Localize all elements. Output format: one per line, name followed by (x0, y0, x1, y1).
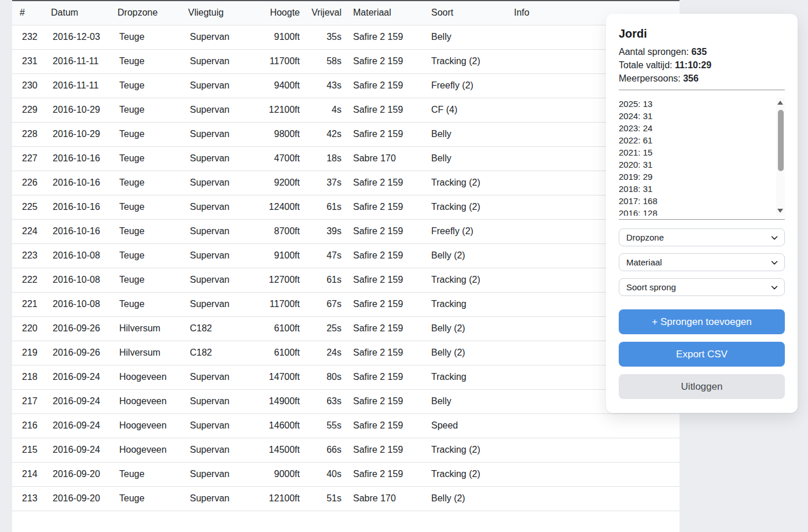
cell-vrijeval: 67s (300, 292, 341, 316)
table-row[interactable]: 2322016-12-03TeugeSupervan9100ft35sSafir… (12, 25, 680, 49)
soort-sprong-filter-select[interactable]: Soort sprong (619, 278, 785, 296)
select-value: Dropzone (626, 232, 664, 242)
cell-vrijeval: 63s (300, 389, 341, 413)
cell-materiaal: Safire 2 159 (341, 316, 431, 341)
divider (619, 219, 785, 220)
cell-hoogte: 11700ft (265, 49, 300, 73)
cell-datum: 2016-10-29 (51, 98, 117, 122)
cell-dropzone: Teuge (117, 25, 188, 49)
cell-dropzone: Hoogeveen (117, 438, 188, 462)
filter-group: DropzoneMateriaalSoort sprong (619, 228, 785, 296)
cell-hoogte: 9400ft (265, 73, 300, 98)
stat-line: Meerpersoons: 356 (619, 72, 785, 85)
cell-soort: Tracking (2) (431, 438, 514, 462)
cell-vliegtuig: Supervan (188, 122, 265, 146)
year-counts-scroll-area[interactable]: 2025: 132024: 312023: 242022: 612021: 15… (619, 98, 785, 216)
cell-dropzone: Hoogeveen (117, 365, 188, 389)
cell-dropzone: Teuge (117, 219, 188, 243)
table-row[interactable]: 2242016-10-16TeugeSupervan8700ft39sSafir… (12, 219, 680, 243)
cell-empty (12, 511, 51, 532)
add-jumps-button[interactable]: + Sprongen toevoegen (619, 309, 785, 334)
cell-soort: Tracking (2) (431, 268, 514, 292)
table-row[interactable]: 2142016-09-20TeugeSupervan9000ft40sSafir… (12, 462, 680, 486)
table-row[interactable]: 2172016-09-24HoogeveenSupervan14900ft63s… (12, 389, 680, 413)
cell-hoogte: 11700ft (265, 292, 300, 316)
cell-hoogte: 12700ft (265, 268, 300, 292)
table-row[interactable]: 2202016-09-26HilversumC1826100ft25sSafir… (12, 316, 680, 341)
logout-button[interactable]: Uitloggen (619, 374, 785, 399)
materiaal-filter-select[interactable]: Materiaal (619, 253, 785, 271)
cell-hoogte: 6100ft (265, 341, 300, 365)
cell-soort: Tracking (431, 365, 514, 389)
cell-dropzone: Teuge (117, 146, 188, 171)
year-count-item: 2016: 128 (619, 207, 772, 216)
cell-materiaal: Sabre 170 (341, 486, 431, 511)
cell-dropzone: Teuge (117, 49, 188, 73)
cell-empty (514, 511, 680, 532)
cell-hoogte: 9000ft (265, 462, 300, 486)
cell-vliegtuig: Supervan (188, 486, 265, 511)
cell-vliegtuig: C182 (188, 341, 265, 365)
cell-hoogte: 9200ft (265, 171, 300, 195)
cell-nr: 218 (12, 365, 51, 389)
cell-nr: 226 (12, 171, 51, 195)
table-row[interactable]: 2162016-09-24HoogeveenSupervan14600ft55s… (12, 413, 680, 438)
table-row[interactable]: 2312016-11-11TeugeSupervan11700ft58sSafi… (12, 49, 680, 73)
cell-vliegtuig: Supervan (188, 438, 265, 462)
table-row[interactable]: 2292016-10-29TeugeSupervan12100ft4sSafir… (12, 98, 680, 122)
cell-info (514, 462, 680, 486)
column-header-datum: Datum (51, 1, 117, 25)
table-row[interactable]: 2302016-11-11TeugeSupervan9400ft43sSafir… (12, 73, 680, 98)
cell-materiaal: Sabre 170 (341, 146, 431, 171)
cell-nr: 215 (12, 438, 51, 462)
export-csv-button[interactable]: Export CSV (619, 342, 785, 367)
table-row[interactable]: 2132016-09-20TeugeSupervan12100ft51sSabr… (12, 486, 680, 511)
table-row[interactable]: 2212016-10-08TeugeSupervan11700ft67sSafi… (12, 292, 680, 316)
cell-soort: Tracking (431, 292, 514, 316)
cell-materiaal: Safire 2 159 (341, 243, 431, 268)
cell-hoogte: 9100ft (265, 243, 300, 268)
cell-vrijeval: 24s (300, 341, 341, 365)
cell-datum: 2016-09-20 (51, 462, 117, 486)
cell-datum: 2016-09-24 (51, 413, 117, 438)
cell-datum: 2016-09-24 (51, 365, 117, 389)
jump-log-table: #DatumDropzoneVliegtuigHoogteVrijevalMat… (12, 1, 680, 532)
table-row[interactable]: 2272016-10-16TeugeSupervan4700ft18sSabre… (12, 146, 680, 171)
cell-vrijeval: 58s (300, 49, 341, 73)
cell-info (514, 438, 680, 462)
cell-soort: Belly (2) (431, 486, 514, 511)
cell-materiaal: Safire 2 159 (341, 73, 431, 98)
cell-dropzone: Teuge (117, 171, 188, 195)
cell-hoogte: 8700ft (265, 219, 300, 243)
cell-vrijeval: 47s (300, 243, 341, 268)
scroll-down-arrow-icon[interactable] (777, 209, 783, 213)
cell-nr: 224 (12, 219, 51, 243)
select-value: Materiaal (626, 257, 662, 267)
table-row[interactable]: 2152016-09-24HoogeveenSupervan14500ft66s… (12, 438, 680, 462)
cell-nr: 220 (12, 316, 51, 341)
year-list-scrollbar[interactable] (776, 98, 785, 216)
cell-empty (265, 511, 300, 532)
scrollbar-thumb[interactable] (778, 110, 784, 171)
cell-nr: 228 (12, 122, 51, 146)
table-row[interactable]: 2182016-09-24HoogeveenSupervan14700ft80s… (12, 365, 680, 389)
scroll-up-arrow-icon[interactable] (777, 101, 783, 105)
year-counts-list: 2025: 132024: 312023: 242022: 612021: 15… (619, 98, 772, 216)
cell-datum: 2016-12-03 (51, 25, 117, 49)
dropzone-filter-select[interactable]: Dropzone (619, 228, 785, 246)
cell-materiaal: Safire 2 159 (341, 25, 431, 49)
cell-vrijeval: 18s (300, 146, 341, 171)
cell-vliegtuig: Supervan (188, 146, 265, 171)
cell-nr: 230 (12, 73, 51, 98)
cell-datum: 2016-11-11 (51, 49, 117, 73)
table-row[interactable]: 2192016-09-26HilversumC1826100ft24sSafir… (12, 341, 680, 365)
cell-datum: 2016-10-29 (51, 122, 117, 146)
table-row[interactable]: 2282016-10-29TeugeSupervan9800ft42sSafir… (12, 122, 680, 146)
table-row[interactable]: 2262016-10-16TeugeSupervan9200ft37sSafir… (12, 171, 680, 195)
year-count-item: 2020: 31 (619, 158, 772, 171)
table-row[interactable]: 2252016-10-16TeugeSupervan12400ft61sSafi… (12, 195, 680, 219)
table-row[interactable]: 2222016-10-08TeugeSupervan12700ft61sSafi… (12, 268, 680, 292)
chevron-down-icon (770, 234, 778, 242)
cell-vrijeval: 42s (300, 122, 341, 146)
table-row[interactable]: 2232016-10-08TeugeSupervan9100ft47sSafir… (12, 243, 680, 268)
